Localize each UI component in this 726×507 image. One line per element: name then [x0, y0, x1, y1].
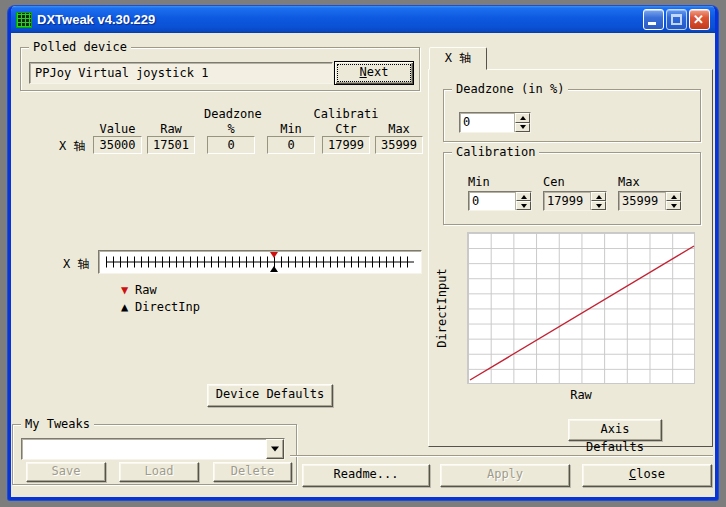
cell-cal-max: 35999: [375, 136, 423, 154]
app-icon: [16, 12, 32, 28]
title-bar[interactable]: DXTweak v4.30.229 ✕: [11, 6, 715, 33]
close-dialog-button[interactable]: Close: [582, 464, 712, 487]
legend-raw: ▼Raw: [121, 283, 157, 297]
column-header-percent: %: [207, 122, 255, 136]
spin-down-icon: [596, 204, 602, 208]
cal-min-input[interactable]: 0: [469, 192, 515, 210]
cal-max-input[interactable]: 35999: [619, 192, 665, 210]
cal-max-label: Max: [618, 175, 640, 189]
spin-up-icon: [671, 195, 677, 199]
polled-device-field: PPJoy Virtual joystick 1: [29, 62, 333, 84]
cell-raw: 17501: [147, 136, 195, 154]
calibration-group: Calibration Min Cen Max 0 17999: [443, 152, 701, 225]
axis-defaults-button[interactable]: Axis Defaults: [568, 419, 662, 441]
raw-marker-icon: [270, 252, 278, 258]
calibration-group-label: Calibration: [452, 145, 539, 159]
response-curve: [468, 233, 696, 385]
delete-button[interactable]: Delete: [213, 462, 292, 482]
calibration-column-group-header: Calibrati: [313, 107, 379, 121]
close-button[interactable]: ✕: [689, 9, 710, 30]
my-tweaks-group-label: My Tweaks: [21, 417, 94, 431]
cal-max-spin-up-button[interactable]: [666, 192, 681, 201]
slider-row-label: X 轴: [63, 256, 89, 273]
chart-x-axis-label: Raw: [467, 388, 695, 402]
minimize-button[interactable]: [643, 9, 664, 30]
readme-button[interactable]: Readme...: [302, 464, 430, 487]
spin-down-icon: [671, 204, 677, 208]
spin-down-icon: [521, 204, 527, 208]
cell-deadzone-percent: 0: [207, 136, 255, 154]
column-header-ctr: Ctr: [322, 122, 370, 136]
device-defaults-button[interactable]: Device Defaults: [207, 384, 333, 407]
cal-cen-label: Cen: [543, 175, 565, 189]
deadzone-input[interactable]: 0: [460, 113, 514, 132]
polled-device-group-label: Polled device: [29, 40, 131, 54]
tweaks-combobox[interactable]: [21, 438, 285, 460]
deadzone-spinner[interactable]: 0: [459, 112, 531, 133]
deadzone-group: Deadzone (in %) 0: [443, 89, 701, 142]
cal-min-label: Min: [468, 175, 490, 189]
spin-up-icon: [596, 195, 602, 199]
cal-min-spinner[interactable]: 0: [468, 191, 532, 211]
axis-row-label: X 轴: [59, 138, 85, 155]
deadzone-spin-down-button[interactable]: [515, 123, 530, 133]
column-header-raw: Raw: [147, 122, 195, 136]
chevron-down-icon: [271, 447, 279, 452]
my-tweaks-group: My Tweaks Save Load Delete: [12, 424, 297, 485]
cal-cen-input[interactable]: 17999: [544, 192, 590, 210]
spin-down-icon: [520, 125, 526, 129]
slider-ruler: [106, 257, 414, 268]
directinput-marker-icon: [270, 266, 278, 272]
raw-triangle-icon: ▼: [121, 283, 135, 297]
deadzone-spin-up-button[interactable]: [515, 113, 530, 123]
deadzone-column-group-header: Deadzone: [204, 107, 260, 121]
bottom-separator: [290, 455, 713, 457]
cal-cen-spin-down-button[interactable]: [591, 201, 606, 210]
chart-y-axis-label: DirectInput: [433, 232, 451, 384]
app-window: DXTweak v4.30.229 ✕ Polled device PPJoy …: [8, 6, 718, 500]
polled-device-group: Polled device PPJoy Virtual joystick 1 N…: [20, 47, 420, 91]
load-button[interactable]: Load: [119, 462, 199, 482]
directinput-triangle-icon: ▲: [121, 300, 135, 314]
spin-up-icon: [521, 195, 527, 199]
column-header-value: Value: [93, 122, 142, 136]
save-button[interactable]: Save: [26, 462, 106, 482]
legend-raw-label: Raw: [135, 283, 157, 297]
legend-directinput-label: DirectInp: [135, 300, 200, 314]
minimize-icon: [648, 22, 656, 25]
next-button[interactable]: Next: [334, 61, 414, 85]
cal-cen-spin-up-button[interactable]: [591, 192, 606, 201]
column-header-min: Min: [267, 122, 315, 136]
axis-slider[interactable]: [98, 250, 422, 274]
cal-min-spin-down-button[interactable]: [516, 201, 531, 210]
tweaks-combobox-value[interactable]: [22, 439, 266, 459]
maximize-button[interactable]: [666, 9, 687, 30]
maximize-icon: [671, 14, 682, 25]
close-icon: ✕: [693, 12, 704, 27]
apply-button[interactable]: Apply: [440, 464, 570, 487]
combobox-dropdown-button[interactable]: [266, 439, 284, 459]
cal-cen-spinner[interactable]: 17999: [543, 191, 607, 211]
cell-cal-ctr: 17999: [322, 136, 370, 154]
cal-min-spin-up-button[interactable]: [516, 192, 531, 201]
response-chart: [467, 232, 695, 384]
window-title: DXTweak v4.30.229: [37, 12, 643, 27]
spin-up-icon: [520, 116, 526, 120]
tab-x-axis[interactable]: X 轴: [429, 47, 487, 70]
cell-value: 35000: [93, 136, 142, 154]
deadzone-group-label: Deadzone (in %): [452, 82, 568, 96]
cal-max-spinner[interactable]: 35999: [618, 191, 682, 211]
x-axis-tab-page: Deadzone (in %) 0 Calibration Min Cen Ma…: [428, 69, 713, 447]
legend-directinput: ▲DirectInp: [121, 300, 200, 314]
cal-max-spin-down-button[interactable]: [666, 201, 681, 210]
cell-cal-min: 0: [267, 136, 315, 154]
column-header-max: Max: [375, 122, 423, 136]
